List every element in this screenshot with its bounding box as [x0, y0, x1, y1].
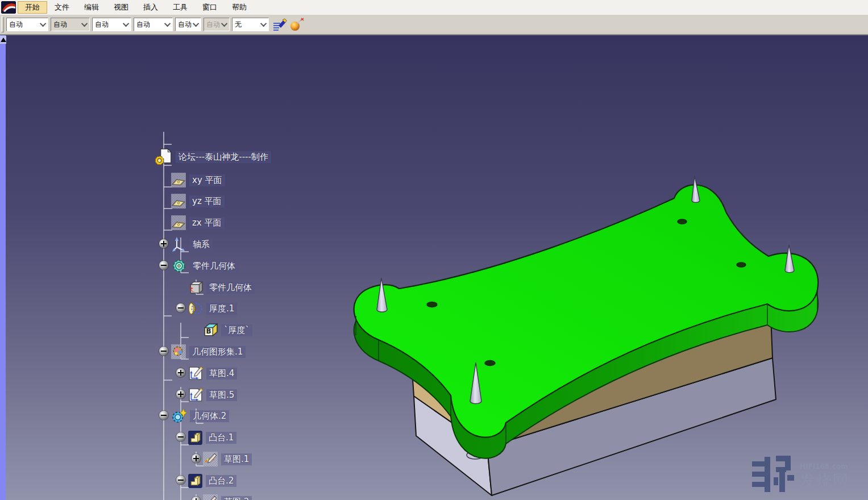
geometry-set-icon: [171, 344, 186, 360]
tree-item-yz-plane[interactable]: yz 平面: [171, 193, 225, 210]
tree-item-pad2[interactable]: 凸台.2: [188, 472, 236, 489]
menu-item-help[interactable]: 帮助: [225, 1, 254, 14]
plane-icon: [171, 215, 186, 231]
expander-geoset[interactable]: [159, 347, 168, 356]
3d-viewport[interactable]: B: [0, 35, 868, 500]
expander-pad2[interactable]: [176, 476, 185, 485]
solid-block-icon: [188, 280, 203, 295]
expander-sketch1[interactable]: [192, 454, 201, 463]
chevron-down-icon[interactable]: [123, 18, 131, 31]
line-type-combo[interactable]: 自动: [134, 18, 173, 31]
watermark-logo-icon: [751, 450, 799, 498]
plane-icon: [171, 172, 186, 188]
line-color-combo[interactable]: 自动: [92, 18, 131, 31]
menu-bar: 开始 文件 编辑 视图 插入 工具 窗口 帮助: [0, 0, 868, 15]
partbody-gear-icon: [171, 258, 187, 274]
tree-item-axis-system[interactable]: 轴系: [172, 236, 213, 253]
cube-b-icon: [202, 322, 218, 338]
toolbar-drag-handle[interactable]: [1, 16, 4, 32]
menu-item-tools[interactable]: 工具: [165, 1, 195, 14]
tree-item-thickness-def[interactable]: `厚度`: [202, 322, 252, 339]
expander-sketch4[interactable]: [176, 368, 185, 377]
material-sphere-icon[interactable]: [289, 17, 304, 32]
menu-item-insert[interactable]: 插入: [136, 1, 165, 14]
tree-item-sketch2[interactable]: 草图.2: [202, 493, 252, 500]
specification-tree: B: [0, 35, 318, 500]
app-logo-icon: [1, 1, 16, 14]
expander-axes[interactable]: [159, 239, 168, 248]
hidden-sketch-icon: [202, 494, 218, 500]
tree-item-partbody[interactable]: 零件几何体: [171, 257, 238, 274]
hidden-sketch-icon: [202, 451, 218, 467]
expander-partbody[interactable]: [159, 261, 168, 270]
expander-body2[interactable]: [159, 411, 168, 420]
tree-item-body2[interactable]: 几何体.2: [171, 407, 229, 424]
fill-color-combo[interactable]: 自动: [6, 18, 48, 31]
tree-connector-lines: [0, 35, 318, 500]
tree-item-zx-plane[interactable]: zx 平面: [171, 214, 225, 231]
menu-item-edit[interactable]: 编辑: [77, 1, 106, 14]
graphic-properties-toolbar: 自动 自动 自动 自动 自动 自动 无: [0, 15, 868, 35]
watermark-name-text: 发烧网: [800, 470, 849, 491]
tree-item-geoset1[interactable]: 几何图形集.1: [171, 343, 246, 360]
line-weight-combo[interactable]: 自动: [175, 18, 201, 31]
painter-brush-icon[interactable]: [273, 17, 288, 32]
tree-item-xy-plane[interactable]: xy 平面: [171, 172, 225, 189]
opacity-combo[interactable]: 自动: [51, 18, 90, 31]
sketch-icon: [188, 365, 203, 381]
pad-icon: [188, 473, 203, 489]
chevron-down-icon[interactable]: [40, 18, 48, 31]
tree-item-pad1[interactable]: 凸台.1: [188, 429, 236, 446]
menu-item-view[interactable]: 视图: [106, 1, 136, 14]
pad-icon: [188, 430, 203, 445]
tree-item-sketch5[interactable]: 草图.5: [188, 386, 237, 403]
menu-item-start[interactable]: 开始: [18, 1, 47, 14]
tree-item-sketch1[interactable]: 草图.1: [202, 451, 252, 468]
sketch-icon: [188, 387, 203, 403]
menu-item-window[interactable]: 窗口: [195, 1, 225, 14]
body-gear-star-icon: [171, 408, 187, 424]
chevron-down-icon[interactable]: [164, 18, 172, 31]
point-symbol-combo: 自动: [203, 18, 230, 31]
chevron-down-icon: [221, 18, 229, 31]
chevron-down-icon[interactable]: [260, 18, 268, 31]
axis-system-icon: [172, 237, 187, 252]
watermark-site-text: HIFI168.com: [800, 463, 848, 470]
watermark: HIFI168.com 发烧网: [751, 450, 865, 498]
tree-root-node[interactable]: 论坛---泰山神龙----制作: [155, 148, 271, 165]
tree-item-solid[interactable]: 零件几何体: [188, 279, 255, 296]
chevron-down-icon[interactable]: [81, 18, 89, 31]
thickness-icon: [188, 301, 203, 316]
part-document-icon: [155, 148, 173, 166]
expander-thickness[interactable]: [176, 303, 185, 312]
rendering-style-combo[interactable]: 无: [232, 18, 269, 31]
plane-icon: [171, 193, 186, 209]
application-window: 开始 文件 编辑 视图 插入 工具 窗口 帮助 自动 自动 自动 自动 自动: [0, 0, 868, 500]
expander-sketch5[interactable]: [176, 390, 185, 399]
chevron-down-icon[interactable]: [193, 18, 201, 31]
tree-item-thickness1[interactable]: 厚度.1: [188, 300, 237, 317]
expander-pad1[interactable]: [176, 432, 185, 441]
menu-item-file[interactable]: 文件: [47, 1, 77, 14]
tree-item-sketch4[interactable]: 草图.4: [188, 365, 237, 382]
